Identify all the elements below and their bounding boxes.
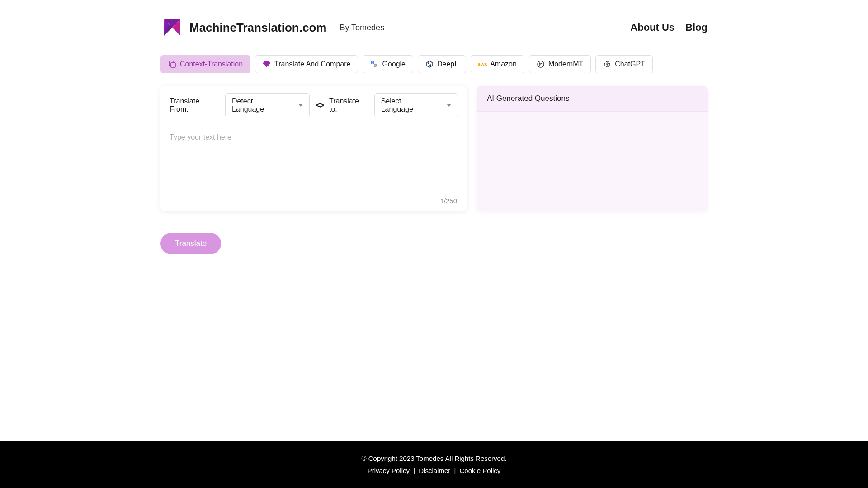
page-header: MachineTranslation.com By Tomedes About … [160,0,708,55]
logo-section[interactable]: MachineTranslation.com By Tomedes [160,16,384,39]
to-language-select[interactable]: Select Language [374,93,458,117]
tab-translate-compare[interactable]: Translate And Compare [255,55,358,73]
engine-tabs: Context-Translation Translate And Compar… [160,55,708,73]
diamond-icon [263,60,271,68]
footer-links: Privacy Policy | Disclaimer | Cookie Pol… [0,467,868,474]
questions-panel: AI Generated Questions [477,86,708,211]
svg-point-6 [428,63,429,64]
translate-from-label: Translate From: [170,97,219,113]
text-input-area[interactable]: Type your text here 1/250 [160,125,467,211]
tab-label: ModernMT [548,60,583,68]
from-language-select[interactable]: Detect Language [225,93,310,117]
amazon-icon: aws [478,60,486,68]
main-panels: Translate From: Detect Language <> Trans… [160,86,708,211]
nav-blog[interactable]: Blog [685,22,708,33]
footer-separator: | [413,467,415,474]
input-panel: Translate From: Detect Language <> Trans… [160,86,467,211]
character-count: 1/250 [440,197,457,205]
tab-google[interactable]: 文 A Google [363,55,413,73]
from-language-value: Detect Language [232,97,285,113]
to-language-value: Select Language [381,97,433,113]
tab-label: ChatGPT [615,60,645,68]
footer-separator: | [454,467,456,474]
svg-text:A: A [375,65,377,67]
svg-rect-1 [171,63,175,67]
nav-about-us[interactable]: About Us [630,22,675,33]
logo-divider [333,23,333,33]
footer-copyright: © Copyright 2023 Tomedes All Rights Rese… [0,455,868,462]
translate-button[interactable]: Translate [160,233,221,254]
tab-label: Google [382,60,406,68]
logo-icon [160,16,184,39]
swap-languages-button[interactable]: <> [316,101,323,110]
chevron-down-icon [447,104,451,107]
tab-label: Context-Translation [180,60,243,68]
context-icon [168,60,176,68]
footer-disclaimer-link[interactable]: Disclaimer [419,467,450,474]
textarea-placeholder: Type your text here [170,133,231,141]
tab-label: Translate And Compare [274,60,350,68]
tab-label: Amazon [490,60,517,68]
site-name: MachineTranslation.com [189,21,326,35]
tab-context-translation[interactable]: Context-Translation [160,55,250,73]
footer-privacy-link[interactable]: Privacy Policy [368,467,410,474]
page-footer: © Copyright 2023 Tomedes All Rights Rese… [0,441,868,488]
footer-cookie-link[interactable]: Cookie Policy [460,467,501,474]
tab-label: DeepL [437,60,458,68]
tab-chatgpt[interactable]: ChatGPT [595,55,653,73]
tab-deepl[interactable]: DeepL [418,55,466,73]
questions-panel-title: AI Generated Questions [477,86,708,112]
chevron-down-icon [298,104,303,107]
chatgpt-icon [603,60,611,68]
tab-modernmt[interactable]: ModernMT [529,55,591,73]
svg-text:文: 文 [371,61,374,64]
translate-to-label: Translate to: [329,97,368,113]
language-selector-bar: Translate From: Detect Language <> Trans… [160,86,467,125]
nav-links: About Us Blog [630,22,708,33]
tab-amazon[interactable]: aws Amazon [471,55,524,73]
modernmt-icon [537,60,545,68]
svg-point-7 [430,65,431,66]
google-icon: 文 A [370,60,378,68]
deepl-icon [425,60,434,68]
site-byline: By Tomedes [340,23,384,33]
